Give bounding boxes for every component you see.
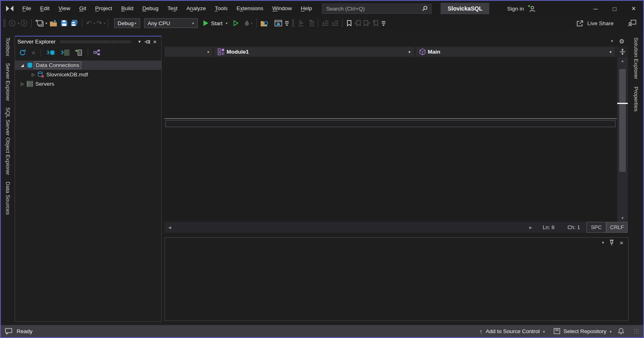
find-in-files-button[interactable]: [259, 18, 270, 28]
save-button[interactable]: [59, 18, 69, 28]
window-resize-grip[interactable]: [634, 329, 639, 334]
solution-configuration-dropdown[interactable]: Debug ▾: [114, 18, 140, 28]
refresh-icon[interactable]: [17, 48, 28, 58]
open-file-button[interactable]: [48, 18, 59, 28]
new-project-dropdown[interactable]: ▾: [45, 22, 47, 25]
stop-refresh-icon[interactable]: ×: [30, 48, 37, 58]
tab-server-explorer[interactable]: Server Explorer: [5, 63, 11, 101]
tab-data-sources[interactable]: Data Sources: [5, 182, 11, 215]
close-button[interactable]: ×: [624, 1, 643, 16]
maximize-button[interactable]: □: [605, 1, 624, 16]
menu-git[interactable]: Git: [75, 2, 91, 15]
tab-properties[interactable]: Properties: [633, 87, 639, 112]
menu-analyze[interactable]: Analyze: [182, 2, 210, 15]
copy-structure-button[interactable]: [306, 18, 315, 28]
select-pointer-button[interactable]: [296, 18, 306, 28]
document-list-dropdown[interactable]: ▾: [611, 39, 613, 43]
clear-bookmarks-button[interactable]: [371, 18, 380, 28]
panel-close-button[interactable]: ×: [151, 38, 159, 46]
menu-debug[interactable]: Debug: [138, 2, 163, 15]
member-dropdown[interactable]: Main ▾: [416, 47, 615, 56]
add-to-source-control-button[interactable]: ↑ Add to Source Control ▴: [477, 328, 547, 335]
tree-item-data-connections[interactable]: ◢ Data Connections: [15, 61, 161, 70]
data-sources-hierarchy-icon[interactable]: [92, 48, 102, 58]
toolbar-grip[interactable]: [292, 19, 294, 27]
editor-splitter-bar[interactable]: [164, 118, 617, 119]
scroll-right-arrow[interactable]: ▶: [525, 222, 536, 233]
tree-item-servers[interactable]: ▷ Servers: [15, 79, 161, 89]
navigate-forward-button[interactable]: [19, 18, 29, 28]
solution-explorer-home-button[interactable]: [273, 18, 283, 28]
horizontal-scrollbar-track[interactable]: [175, 222, 525, 233]
pin-icon[interactable]: [143, 38, 151, 46]
navigate-back-button[interactable]: [7, 18, 17, 28]
menu-view[interactable]: View: [54, 2, 75, 15]
menu-project[interactable]: Project: [91, 2, 117, 15]
previous-bookmark-button[interactable]: [353, 18, 362, 28]
bottom-panel-header[interactable]: ▾ ×: [165, 238, 628, 247]
hot-reload-button[interactable]: ▾: [243, 18, 254, 28]
toolbar-grip[interactable]: [3, 19, 6, 27]
scroll-left-arrow[interactable]: ◀: [164, 222, 175, 233]
tree-item-slovnicekdb[interactable]: ▷ SlovnicekDB.mdf: [15, 70, 161, 79]
editor-split-handle[interactable]: [617, 47, 628, 56]
send-feedback-button[interactable]: [628, 20, 642, 27]
tree-expanded-icon[interactable]: ◢: [19, 63, 26, 67]
panel-options-dropdown[interactable]: ▾: [136, 38, 143, 46]
panel-close-button[interactable]: ×: [620, 240, 623, 246]
type-dropdown[interactable]: Module1 ▾: [214, 47, 414, 56]
menu-edit[interactable]: Edit: [36, 2, 54, 15]
scroll-up-arrow[interactable]: ▲: [617, 59, 628, 63]
new-project-button[interactable]: ▾: [34, 18, 48, 28]
hot-reload-dropdown[interactable]: ▾: [251, 22, 253, 25]
start-without-debugging-button[interactable]: [231, 18, 240, 28]
increase-indent-button[interactable]: [330, 18, 340, 28]
minimize-button[interactable]: ─: [586, 1, 605, 16]
panel-drag-handle[interactable]: [60, 40, 132, 43]
tree-collapsed-icon[interactable]: ▷: [30, 72, 37, 77]
decrease-indent-button[interactable]: [320, 18, 330, 28]
toolbar-overflow-button[interactable]: [380, 18, 387, 28]
project-dropdown[interactable]: ▾: [164, 47, 212, 56]
panel-options-dropdown[interactable]: ▾: [602, 240, 604, 245]
tab-toolbox[interactable]: Toolbox: [5, 37, 11, 56]
menu-extensions[interactable]: Extensions: [232, 2, 268, 15]
sign-in-button[interactable]: Sign in: [507, 4, 536, 13]
menu-window[interactable]: Window: [268, 2, 296, 15]
select-repository-button[interactable]: Select Repository ▴: [551, 328, 614, 334]
search-input[interactable]: Search (Ctrl+Q): [322, 4, 432, 14]
menu-test[interactable]: Test: [163, 2, 182, 15]
next-bookmark-button[interactable]: [362, 18, 371, 28]
redo-button[interactable]: ↷: [95, 18, 103, 28]
toggle-bookmark-button[interactable]: [345, 18, 353, 28]
connect-to-database-icon[interactable]: [45, 48, 56, 58]
menu-build[interactable]: Build: [117, 2, 138, 15]
notifications-bell-icon[interactable]: [618, 328, 625, 335]
undo-button[interactable]: ↶: [85, 18, 93, 28]
indent-mode-button[interactable]: SPC: [586, 222, 606, 233]
tab-solution-explorer[interactable]: Solution Explorer: [633, 37, 639, 79]
code-editor-surface[interactable]: ▲ ▼: [164, 57, 628, 222]
connect-to-server-icon[interactable]: [59, 48, 71, 58]
tree-collapsed-icon[interactable]: ▷: [19, 82, 26, 86]
vertical-scrollbar[interactable]: ▲ ▼: [617, 57, 628, 222]
server-explorer-title-bar[interactable]: Server Explorer ▾ ×: [15, 37, 161, 47]
redo-dropdown[interactable]: ▾: [104, 22, 106, 25]
live-share-button[interactable]: Live Share: [576, 20, 619, 27]
scroll-down-arrow[interactable]: ▼: [617, 216, 628, 220]
tab-sql-server-object-explorer[interactable]: SQL Server Object Explorer: [5, 107, 11, 175]
standard-toolbar: ▾ ▾ ↶ ▾ ↷ ▾ Debug ▾ Any CPU ▾: [1, 16, 643, 30]
menu-file[interactable]: File: [18, 2, 36, 15]
start-debugging-button[interactable]: Start ▾: [203, 20, 228, 26]
create-new-sql-database-icon[interactable]: [73, 48, 84, 58]
start-dropdown[interactable]: ▾: [225, 22, 227, 25]
line-ending-button[interactable]: CRLF: [606, 222, 628, 233]
gear-icon[interactable]: ⚙: [619, 38, 625, 44]
toolbar-overflow-button[interactable]: [283, 18, 290, 28]
save-all-button[interactable]: [69, 18, 80, 28]
menu-tools[interactable]: Tools: [210, 2, 232, 15]
solution-platform-dropdown[interactable]: Any CPU ▾: [144, 18, 198, 28]
vertical-scrollbar-thumb[interactable]: [619, 69, 626, 172]
pin-icon[interactable]: [609, 239, 614, 246]
menu-help[interactable]: Help: [296, 2, 317, 15]
